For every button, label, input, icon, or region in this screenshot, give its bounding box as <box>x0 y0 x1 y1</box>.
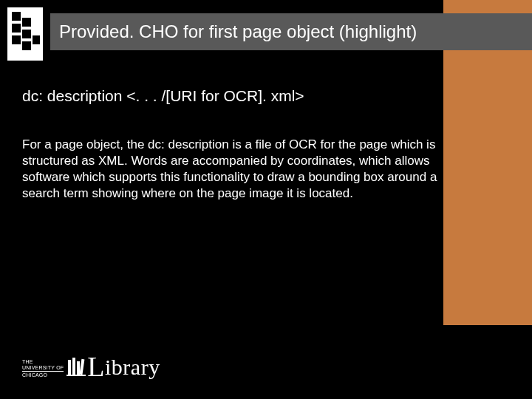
svg-rect-8 <box>68 360 71 375</box>
library-text: ibrary <box>105 355 160 379</box>
header-band: Provided. CHO for first page object (hig… <box>50 13 532 50</box>
institution-name: THE UNIVERSITY OF CHICAGO <box>22 359 64 378</box>
divider <box>22 371 64 372</box>
svg-rect-7 <box>33 35 40 44</box>
svg-rect-2 <box>22 18 31 27</box>
svg-rect-12 <box>66 375 86 376</box>
svg-rect-9 <box>72 358 75 375</box>
svg-rect-1 <box>12 12 21 21</box>
library-wordmark: Library <box>66 350 160 383</box>
corner-logo-icon <box>7 7 43 61</box>
institution-line: CHICAGO <box>22 372 64 378</box>
page-title: Provided. CHO for first page object (hig… <box>59 21 417 42</box>
body-text: For a page object, the dc: description i… <box>22 137 443 202</box>
footer-logo: THE UNIVERSITY OF CHICAGO Library <box>22 350 160 383</box>
institution-line: THE <box>22 359 64 365</box>
svg-rect-3 <box>12 24 21 33</box>
subtitle-text: dc: description <. . . /[URI for OCR]. x… <box>22 87 436 105</box>
slide: Provided. CHO for first page object (hig… <box>0 0 532 399</box>
svg-rect-10 <box>77 361 80 375</box>
institution-line: UNIVERSITY OF <box>22 365 64 371</box>
svg-rect-6 <box>22 41 31 50</box>
svg-rect-11 <box>80 359 85 375</box>
svg-rect-5 <box>12 35 21 44</box>
books-icon <box>66 355 86 383</box>
svg-rect-4 <box>22 30 31 38</box>
